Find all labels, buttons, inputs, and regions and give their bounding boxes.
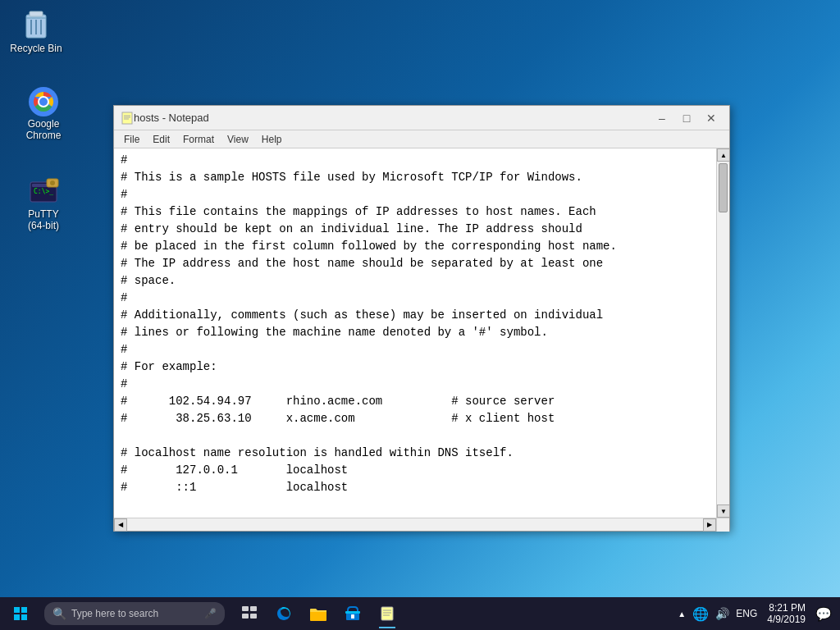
menu-view[interactable]: View [221,132,255,147]
notepad-taskbar-button[interactable] [371,597,404,630]
scroll-down-arrow[interactable]: ▼ [717,504,729,518]
system-clock[interactable]: 8:21 PM 4/9/2019 [762,600,810,627]
notification-icon[interactable]: 💬 [814,605,833,623]
svg-point-8 [39,98,48,106]
notepad-menubar: File Edit Format View Help [114,130,729,148]
notepad-title: hosts - Notepad [134,112,651,124]
google-chrome-icon[interactable]: Google Chrome [11,82,76,145]
windows-logo-icon [13,606,28,621]
taskbar-items [233,597,404,630]
svg-rect-29 [351,614,354,619]
recycle-bin-label: Recycle Bin [10,43,62,54]
edge-button[interactable] [267,597,300,630]
close-button[interactable]: ✕ [700,109,723,127]
svg-rect-28 [345,611,360,614]
notepad-taskbar-icon [379,605,395,622]
svg-rect-24 [242,614,249,619]
store-button[interactable] [336,597,369,630]
svg-rect-25 [250,614,257,619]
search-bar[interactable]: 🔍 Type here to search 🎤 [44,602,225,625]
svg-point-13 [50,180,55,185]
notepad-window: hosts - Notepad – □ ✕ File Edit Format V… [113,105,730,532]
menu-edit[interactable]: Edit [146,132,176,147]
language-indicator[interactable]: ENG [734,606,759,621]
clock-time: 8:21 PM [767,602,806,614]
recycle-bin-icon[interactable]: Recycle Bin [3,7,69,57]
svg-rect-22 [242,606,249,611]
svg-rect-1 [30,11,43,16]
edge-icon [275,605,293,623]
svg-rect-19 [21,607,27,613]
taskbar-right: ▲ 🌐 🔊 ENG 8:21 PM 4/9/2019 💬 [676,600,840,627]
horizontal-scrollbar: ◀ ▶ [114,518,729,531]
svg-text:C:\>_: C:\>_ [34,188,53,195]
menu-format[interactable]: Format [176,132,221,147]
microphone-icon[interactable]: 🎤 [204,608,217,619]
svg-rect-30 [381,607,393,620]
minimize-button[interactable]: – [651,109,673,127]
start-button[interactable] [0,597,41,630]
notepad-titlebar: hosts - Notepad – □ ✕ [114,106,729,130]
scroll-track-h[interactable] [127,518,703,531]
notepad-title-icon [121,112,134,125]
svg-rect-23 [250,606,257,611]
notepad-content-area: # # This is a sample HOSTS file used by … [114,148,729,518]
scrollbar-corner [716,518,729,532]
desktop: Recycle Bin Google Chrome C:\>_ PuTTY(64… [0,0,840,630]
scroll-up-arrow[interactable]: ▲ [717,148,729,162]
menu-help[interactable]: Help [255,132,289,147]
scroll-right-arrow[interactable]: ▶ [703,518,716,532]
scroll-thumb-v[interactable] [719,163,728,212]
task-view-button[interactable] [233,597,266,630]
file-explorer-button[interactable] [302,597,335,630]
svg-rect-18 [14,607,20,613]
taskbar: 🔍 Type here to search 🎤 [0,597,840,630]
svg-rect-20 [14,614,20,620]
clock-date: 4/9/2019 [767,614,806,625]
menu-file[interactable]: File [117,132,146,147]
show-hidden-icons[interactable]: ▲ [676,608,687,620]
maximize-button[interactable]: □ [675,109,698,127]
chrome-label: Google Chrome [14,118,73,142]
svg-rect-14 [122,112,132,124]
scroll-track-v[interactable] [717,162,729,504]
search-placeholder: Type here to search [71,608,158,619]
scroll-left-arrow[interactable]: ◀ [114,518,127,532]
task-view-icon [241,605,258,622]
titlebar-buttons: – □ ✕ [651,109,723,127]
putty-icon[interactable]: C:\>_ PuTTY(64-bit) [11,172,76,235]
search-icon: 🔍 [52,607,66,620]
svg-rect-21 [21,614,27,620]
vertical-scrollbar: ▲ ▼ [716,148,729,518]
store-icon [345,605,361,622]
volume-icon[interactable]: 🔊 [714,605,731,622]
network-icon[interactable]: 🌐 [691,605,710,623]
file-explorer-icon [309,605,327,622]
putty-label: PuTTY(64-bit) [28,208,59,232]
notepad-textarea[interactable]: # # This is a sample HOSTS file used by … [114,148,716,518]
